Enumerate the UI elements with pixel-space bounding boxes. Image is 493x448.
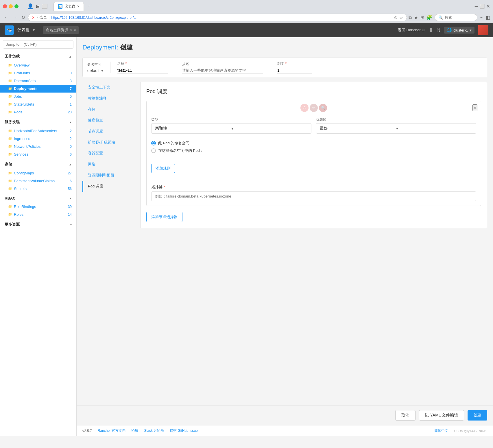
nav-network[interactable]: 网络 [82, 159, 140, 170]
return-rancher-btn[interactable]: 返回 Rancher UI [398, 27, 425, 33]
footer-docs-link[interactable]: Rancher 官方文档 [98, 428, 126, 433]
radio-circle-2 [151, 148, 156, 153]
type-select[interactable]: 亲和性 ▾ [151, 123, 311, 134]
browser-tab[interactable]: 📊 仪表盘 × [53, 2, 84, 11]
upload-btn[interactable]: ⬆ [429, 27, 433, 33]
add-rule-btn[interactable]: 添加规则 [151, 164, 175, 173]
sidebar-search-input[interactable] [3, 40, 73, 49]
filter-close-btn[interactable]: × [70, 28, 72, 32]
sidebar-item-statefulsets[interactable]: 📁StatefulSets 1 [0, 100, 76, 108]
cluster-dropdown-btn[interactable]: ▾ [470, 28, 472, 32]
nav-container[interactable]: 容器配置 [82, 148, 140, 159]
footer-actions: 取消 以 YAML 文件编辑 创建 [77, 405, 493, 425]
section-storage-header[interactable]: 存储 ▲ [0, 159, 76, 169]
browser-search-input[interactable] [445, 15, 474, 20]
sidebar-item-secrets[interactable]: 📁Secrets 56 [0, 185, 76, 193]
footer-slack-link[interactable]: Slack 讨论群 [144, 428, 164, 433]
fork-btn[interactable]: ⇅ [437, 27, 440, 33]
nav-health[interactable]: 健康检查 [82, 115, 140, 126]
cluster-selector[interactable]: 🌐 cluster-1 ▾ [444, 27, 474, 34]
filter-dropdown-btn[interactable]: ▾ [74, 28, 76, 32]
user-avatar[interactable] [478, 25, 488, 35]
collections-btn[interactable]: ⊞ [420, 15, 424, 20]
sidebar-toggle-btn[interactable]: ◧ [486, 15, 490, 20]
radio-this-namespace[interactable]: 此 Pod 的命名空间 [151, 139, 476, 147]
nav-scaling[interactable]: 扩缩容/升级策略 [82, 137, 140, 148]
minimize-btn[interactable]: ─ [475, 4, 478, 9]
sidebar-item-overview[interactable]: 📁Overview [0, 61, 76, 69]
browser-tabs-icon: ⬜ [42, 3, 48, 9]
footer-forum-link[interactable]: 论坛 [131, 428, 138, 433]
section-workload-chevron: ▲ [69, 55, 72, 58]
section-workload-header[interactable]: 工作负载 ▲ [0, 51, 76, 61]
browser-min-btn[interactable] [9, 4, 13, 8]
sidebar-item-pvc[interactable]: 📁PersistentVolumeClaims 6 [0, 177, 76, 185]
browser-max-btn[interactable] [14, 4, 19, 8]
nav-labels[interactable]: 标签和注释 [82, 93, 140, 104]
sidebar-item-hpa[interactable]: 📁HorizontalPodAutoscalers 2 [0, 127, 76, 135]
topology-section: 拓扑键 * [151, 185, 476, 201]
nav-pod-scheduling[interactable]: Pod 调度 [82, 181, 140, 192]
section-rbac-title: RBAC [5, 196, 16, 200]
cancel-btn[interactable]: 取消 [395, 410, 416, 421]
folder-icon-svc: 📁 [8, 152, 12, 156]
split-view-btn[interactable]: ⧉ [409, 15, 412, 20]
more-btn[interactable]: ··· [480, 15, 483, 20]
replica-input[interactable] [277, 67, 312, 73]
footer-lang-link[interactable]: 简体中文 [434, 428, 448, 433]
sidebar-item-cronjobs[interactable]: 📁CronJobs 0 [0, 69, 76, 77]
topology-input[interactable] [151, 191, 476, 201]
priority-value: 最好 [320, 126, 396, 131]
folder-icon-pvc: 📁 [8, 179, 12, 183]
sidebar-item-services[interactable]: 📁Services 6 [0, 150, 76, 158]
folder-icon: 📁 [8, 63, 12, 67]
sidebar-item-ingresses[interactable]: 📁Ingresses 2 [0, 135, 76, 143]
namespace-value: default [87, 68, 99, 73]
sidebar-item-roles[interactable]: 📁Roles 14 [0, 211, 76, 218]
section-more-header[interactable]: 更多资源 ▾ [0, 220, 76, 229]
favorites-btn[interactable]: ★ [414, 15, 418, 20]
new-tab-btn[interactable]: + [85, 2, 93, 10]
sidebar-item-rolebindings[interactable]: 📁RoleBindings 39 [0, 203, 76, 211]
yaml-btn[interactable]: 以 YAML 文件编辑 [419, 410, 464, 421]
namespace-chevron: ▾ [101, 68, 103, 73]
sidebar: 工作负载 ▲ 📁Overview 📁CronJobs 0 📁DaemonSets… [0, 37, 77, 436]
extensions-btn[interactable]: 🧩 [426, 15, 432, 20]
sidebar-item-deployments[interactable]: 📁Deployments 7 [0, 85, 76, 93]
radio-other-namespaces[interactable]: 在这些命名空间中的 Pod： [151, 147, 476, 154]
sidebar-item-jobs[interactable]: 📁Jobs 0 [0, 93, 76, 100]
nav-node-scheduling[interactable]: 节点调度 [82, 126, 140, 137]
nav-security[interactable]: 安全性上下文 [82, 82, 140, 93]
sidebar-item-networkpolicies[interactable]: 📁NetworkPolicies 0 [0, 143, 76, 150]
section-workload: 工作负载 ▲ 📁Overview 📁CronJobs 0 📁DaemonSets… [0, 51, 76, 116]
forward-btn[interactable]: → [12, 14, 19, 21]
type-value: 亲和性 [155, 126, 231, 131]
close-btn[interactable]: ✕ [486, 3, 490, 9]
folder-icon-np: 📁 [8, 145, 12, 148]
namespace-select[interactable]: default ▾ [87, 68, 103, 73]
main-content: Deployment: 创建 命名空间 default ▾ [77, 37, 493, 405]
sidebar-item-pods[interactable]: 📁Pods 28 [0, 108, 76, 116]
back-btn[interactable]: ← [3, 14, 10, 21]
sidebar-item-configmaps[interactable]: 📁ConfigMaps 27 [0, 169, 76, 177]
section-service-discovery-header[interactable]: 服务发现 ▲ [0, 117, 76, 127]
watermark-icon-2: ✏ [310, 104, 318, 112]
app-header: 🐄 仪表盘 ▾ 命名空间资源 × ▾ 返回 Rancher UI ⬆ ⇅ 🌐 c… [0, 23, 493, 37]
sidebar-item-daemonsets[interactable]: 📁DaemonSets 3 [0, 77, 76, 85]
header-title-dropdown[interactable]: ▾ [33, 28, 35, 32]
create-btn[interactable]: 创建 [468, 410, 487, 421]
name-input[interactable] [117, 67, 168, 73]
desc-input[interactable] [182, 68, 263, 73]
reload-btn[interactable]: ↻ [20, 14, 26, 21]
add-selector-btn[interactable]: 添加节点选择器 [146, 212, 182, 222]
nav-resources[interactable]: 资源限制和预留 [82, 170, 140, 181]
priority-select[interactable]: 最好 ▾ [316, 123, 476, 134]
affinity-card-close-btn[interactable]: ✕ [472, 104, 477, 111]
restore-btn[interactable]: ⬜ [480, 4, 485, 9]
tab-close-btn[interactable]: × [77, 4, 80, 9]
section-rbac-header[interactable]: RBAC ▲ [0, 194, 76, 203]
footer-github-link[interactable]: 提交 GitHub Issue [170, 428, 198, 433]
address-url[interactable]: https://192.168.168.81/dashboard/c/c-2bh… [51, 16, 392, 20]
nav-storage[interactable]: 存储 [82, 104, 140, 115]
browser-close-btn[interactable] [3, 4, 7, 8]
